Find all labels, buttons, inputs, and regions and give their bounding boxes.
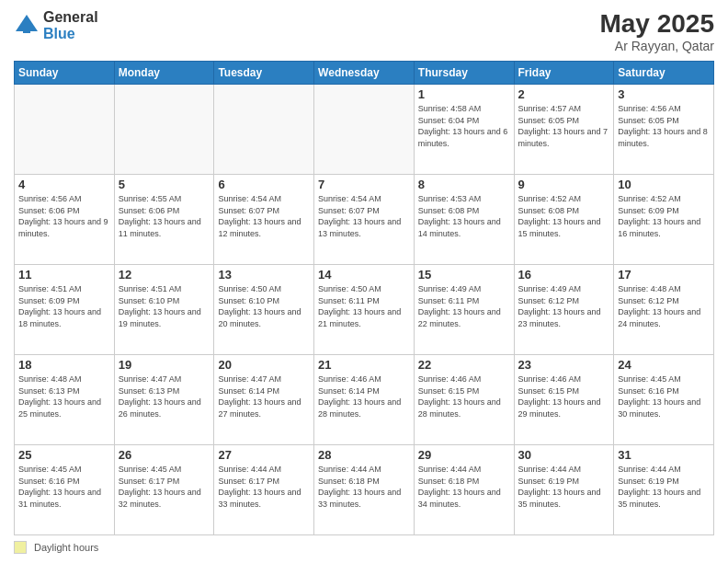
day-info: Sunrise: 4:55 AM Sunset: 6:06 PM Dayligh… — [119, 193, 210, 239]
footer: Daylight hours — [14, 541, 714, 554]
day-number: 10 — [618, 178, 710, 191]
day-number: 14 — [318, 268, 410, 282]
day-number: 29 — [418, 448, 510, 462]
day-info: Sunrise: 4:44 AM Sunset: 6:19 PM Dayligh… — [618, 464, 710, 510]
calendar-cell: 11Sunrise: 4:51 AM Sunset: 6:09 PM Dayli… — [15, 265, 115, 355]
day-info: Sunrise: 4:52 AM Sunset: 6:09 PM Dayligh… — [618, 193, 710, 239]
calendar-header-tuesday: Tuesday — [214, 62, 314, 85]
day-number: 4 — [18, 178, 110, 191]
day-info: Sunrise: 4:44 AM Sunset: 6:19 PM Dayligh… — [518, 464, 610, 510]
calendar-week-0: 1Sunrise: 4:58 AM Sunset: 6:04 PM Daylig… — [15, 85, 714, 175]
day-info: Sunrise: 4:52 AM Sunset: 6:08 PM Dayligh… — [518, 193, 610, 239]
calendar-header-saturday: Saturday — [614, 62, 714, 85]
calendar-week-1: 4Sunrise: 4:56 AM Sunset: 6:06 PM Daylig… — [15, 175, 714, 265]
legend-label: Daylight hours — [34, 542, 98, 553]
day-number: 31 — [618, 448, 710, 462]
day-number: 9 — [518, 178, 610, 191]
day-info: Sunrise: 4:45 AM Sunset: 6:16 PM Dayligh… — [618, 373, 710, 419]
calendar-cell: 21Sunrise: 4:46 AM Sunset: 6:14 PM Dayli… — [314, 355, 415, 445]
calendar-cell: 7Sunrise: 4:54 AM Sunset: 6:07 PM Daylig… — [314, 175, 415, 265]
day-info: Sunrise: 4:48 AM Sunset: 6:12 PM Dayligh… — [618, 283, 710, 329]
calendar-cell: 12Sunrise: 4:51 AM Sunset: 6:10 PM Dayli… — [114, 265, 214, 355]
calendar-table: SundayMondayTuesdayWednesdayThursdayFrid… — [14, 61, 714, 535]
calendar-cell — [214, 85, 314, 175]
legend-box — [14, 541, 27, 554]
calendar-cell: 20Sunrise: 4:47 AM Sunset: 6:14 PM Dayli… — [214, 355, 314, 445]
day-number: 23 — [518, 358, 610, 372]
day-number: 28 — [318, 448, 410, 462]
day-info: Sunrise: 4:56 AM Sunset: 6:06 PM Dayligh… — [18, 193, 110, 239]
calendar-cell: 29Sunrise: 4:44 AM Sunset: 6:18 PM Dayli… — [414, 445, 514, 535]
day-number: 22 — [418, 358, 510, 372]
day-info: Sunrise: 4:45 AM Sunset: 6:16 PM Dayligh… — [18, 464, 110, 510]
day-number: 13 — [218, 268, 310, 282]
logo-text: General Blue — [43, 9, 98, 41]
calendar-cell: 17Sunrise: 4:48 AM Sunset: 6:12 PM Dayli… — [614, 265, 714, 355]
logo-general-text: General — [43, 9, 98, 26]
header: General Blue May 2025 Ar Rayyan, Qatar — [14, 9, 714, 53]
calendar-cell: 24Sunrise: 4:45 AM Sunset: 6:16 PM Dayli… — [614, 355, 714, 445]
calendar-cell: 27Sunrise: 4:44 AM Sunset: 6:17 PM Dayli… — [214, 445, 314, 535]
calendar-cell: 14Sunrise: 4:50 AM Sunset: 6:11 PM Dayli… — [314, 265, 415, 355]
subtitle: Ar Rayyan, Qatar — [599, 39, 714, 53]
day-number: 15 — [418, 268, 510, 282]
calendar-week-2: 11Sunrise: 4:51 AM Sunset: 6:09 PM Dayli… — [15, 265, 714, 355]
calendar-header-row: SundayMondayTuesdayWednesdayThursdayFrid… — [15, 62, 714, 85]
day-number: 11 — [18, 268, 110, 282]
day-info: Sunrise: 4:47 AM Sunset: 6:13 PM Dayligh… — [119, 373, 210, 419]
day-number: 6 — [218, 178, 310, 191]
day-number: 7 — [318, 178, 410, 191]
day-number: 12 — [119, 268, 210, 282]
calendar-cell: 2Sunrise: 4:57 AM Sunset: 6:05 PM Daylig… — [514, 85, 614, 175]
calendar-cell: 15Sunrise: 4:49 AM Sunset: 6:11 PM Dayli… — [414, 265, 514, 355]
calendar-cell — [314, 85, 415, 175]
day-info: Sunrise: 4:58 AM Sunset: 6:04 PM Dayligh… — [418, 103, 510, 149]
day-info: Sunrise: 4:44 AM Sunset: 6:18 PM Dayligh… — [318, 464, 410, 510]
calendar-cell: 13Sunrise: 4:50 AM Sunset: 6:10 PM Dayli… — [214, 265, 314, 355]
day-number: 21 — [318, 358, 410, 372]
day-info: Sunrise: 4:57 AM Sunset: 6:05 PM Dayligh… — [518, 103, 610, 149]
calendar-header-wednesday: Wednesday — [314, 62, 415, 85]
calendar-cell: 22Sunrise: 4:46 AM Sunset: 6:15 PM Dayli… — [414, 355, 514, 445]
day-number: 2 — [518, 87, 610, 101]
logo: General Blue — [14, 9, 98, 41]
calendar-cell: 26Sunrise: 4:45 AM Sunset: 6:17 PM Dayli… — [114, 445, 214, 535]
day-number: 27 — [218, 448, 310, 462]
day-number: 19 — [119, 358, 210, 372]
calendar-header-thursday: Thursday — [414, 62, 514, 85]
day-number: 20 — [218, 358, 310, 372]
day-info: Sunrise: 4:46 AM Sunset: 6:15 PM Dayligh… — [418, 373, 510, 419]
day-number: 17 — [618, 268, 710, 282]
day-number: 30 — [518, 448, 610, 462]
calendar-cell: 4Sunrise: 4:56 AM Sunset: 6:06 PM Daylig… — [15, 175, 115, 265]
logo-icon — [14, 13, 40, 39]
calendar-week-3: 18Sunrise: 4:48 AM Sunset: 6:13 PM Dayli… — [15, 355, 714, 445]
day-number: 8 — [418, 178, 510, 191]
day-info: Sunrise: 4:46 AM Sunset: 6:15 PM Dayligh… — [518, 373, 610, 419]
day-info: Sunrise: 4:44 AM Sunset: 6:18 PM Dayligh… — [418, 464, 510, 510]
day-number: 3 — [618, 87, 710, 101]
day-number: 25 — [18, 448, 110, 462]
calendar-cell: 28Sunrise: 4:44 AM Sunset: 6:18 PM Dayli… — [314, 445, 415, 535]
calendar-header-sunday: Sunday — [15, 62, 115, 85]
day-info: Sunrise: 4:48 AM Sunset: 6:13 PM Dayligh… — [18, 373, 110, 419]
day-number: 16 — [518, 268, 610, 282]
calendar-cell: 3Sunrise: 4:56 AM Sunset: 6:05 PM Daylig… — [614, 85, 714, 175]
day-info: Sunrise: 4:49 AM Sunset: 6:11 PM Dayligh… — [418, 283, 510, 329]
day-number: 18 — [18, 358, 110, 372]
calendar-cell: 18Sunrise: 4:48 AM Sunset: 6:13 PM Dayli… — [15, 355, 115, 445]
title-block: May 2025 Ar Rayyan, Qatar — [599, 9, 714, 53]
calendar-cell: 19Sunrise: 4:47 AM Sunset: 6:13 PM Dayli… — [114, 355, 214, 445]
logo-blue-text: Blue — [43, 26, 98, 42]
day-info: Sunrise: 4:53 AM Sunset: 6:08 PM Dayligh… — [418, 193, 510, 239]
calendar-header-friday: Friday — [514, 62, 614, 85]
main-title: May 2025 — [599, 9, 714, 39]
svg-rect-1 — [23, 26, 30, 33]
day-number: 26 — [119, 448, 210, 462]
day-info: Sunrise: 4:50 AM Sunset: 6:10 PM Dayligh… — [218, 283, 310, 329]
day-number: 5 — [119, 178, 210, 191]
day-info: Sunrise: 4:49 AM Sunset: 6:12 PM Dayligh… — [518, 283, 610, 329]
calendar-cell: 10Sunrise: 4:52 AM Sunset: 6:09 PM Dayli… — [614, 175, 714, 265]
calendar-cell: 1Sunrise: 4:58 AM Sunset: 6:04 PM Daylig… — [414, 85, 514, 175]
calendar-cell: 16Sunrise: 4:49 AM Sunset: 6:12 PM Dayli… — [514, 265, 614, 355]
